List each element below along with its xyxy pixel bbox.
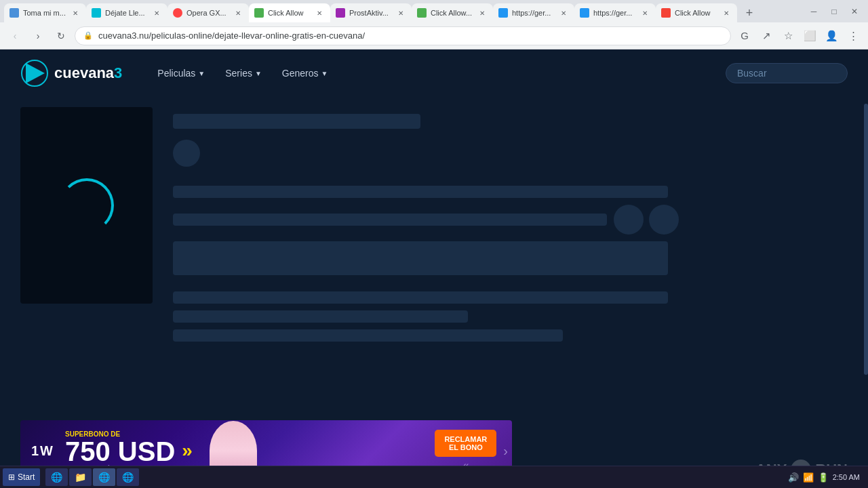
title-bar: Toma mi m... ✕ Déjate Lle... ✕ Opera GX.…	[0, 0, 868, 22]
site-header: cuevana3 Peliculas ▼ Series ▼ Generos ▼	[0, 49, 868, 97]
tab-favicon-https1	[498, 8, 508, 18]
skeleton-row-with-circles	[173, 205, 848, 235]
tab-close-opera[interactable]: ✕	[233, 7, 243, 18]
tab-close-dejate[interactable]: ✕	[151, 7, 162, 18]
forward-button[interactable]: ›	[28, 26, 47, 45]
tab-close-prostaktiv[interactable]: ✕	[395, 7, 406, 18]
ad-chevrons: »	[182, 440, 193, 462]
tab-close-https2[interactable]: ✕	[639, 7, 650, 18]
page-content: cuevana3 Peliculas ▼ Series ▼ Generos ▼	[0, 49, 868, 488]
chevron-down-icon: ▼	[198, 70, 205, 77]
nav-generos[interactable]: Generos ▼	[274, 64, 336, 83]
minimize-button[interactable]: ─	[804, 5, 823, 18]
clock-time: 2:50 AM	[833, 472, 860, 482]
tab-close-clickallow2[interactable]: ✕	[477, 7, 488, 18]
tab-favicon-opera	[173, 8, 182, 18]
reload-button[interactable]: ↻	[52, 26, 71, 45]
back-button[interactable]: ‹	[5, 26, 24, 45]
tab-favicon-clickallow2	[417, 8, 427, 18]
profile-icon[interactable]: 👤	[822, 26, 841, 45]
tab-favicon-prostaktiv	[336, 8, 345, 18]
tray-volume-icon: 📶	[803, 472, 814, 483]
toolbar: ‹ › ↻ 🔒 cuevana3.nu/peliculas-online/dej…	[0, 22, 868, 49]
chevron-down-icon-2: ▼	[255, 70, 262, 77]
movie-thumbnail	[20, 107, 153, 304]
tab-favicon-clickallow3	[661, 8, 671, 18]
tab-toma[interactable]: Toma mi m... ✕	[4, 3, 86, 22]
ad-cta-button[interactable]: RECLAMAR EL BONO	[435, 430, 496, 457]
tab-label-dejate: Déjate Lle...	[105, 9, 147, 17]
tab-https1[interactable]: https://ger... ✕	[493, 3, 574, 22]
maximize-button[interactable]: □	[825, 5, 844, 18]
taskbar-chrome-icon[interactable]: 🌐	[93, 468, 115, 486]
extensions-icon[interactable]: ⬜	[800, 26, 819, 45]
tab-label-https1: https://ger...	[512, 9, 554, 17]
tab-label-opera: Opera GX...	[186, 9, 229, 17]
ad-brand: 1W	[31, 443, 54, 459]
tab-https2[interactable]: https://ger... ✕	[574, 3, 656, 22]
tab-favicon-toma	[9, 8, 19, 18]
tab-label-prostaktiv: ProstAktiv...	[349, 9, 391, 17]
tab-clickallow2[interactable]: Click Allow... ✕	[412, 3, 493, 22]
tab-clickallow3[interactable]: Click Allow ✕	[656, 3, 737, 22]
start-button[interactable]: ⊞ Start	[3, 468, 40, 486]
search-placeholder: Buscar	[737, 68, 767, 79]
skeleton-title	[173, 114, 420, 129]
svg-marker-0	[26, 63, 45, 83]
chevron-down-icon-3: ▼	[321, 70, 328, 77]
tab-close-clickallow3[interactable]: ✕	[721, 7, 732, 18]
tray-network-icon: 🔊	[788, 472, 799, 483]
tab-favicon-clickallow1	[254, 8, 264, 18]
skeleton-line-4	[173, 310, 468, 323]
tab-prostaktiv[interactable]: ProstAktiv... ✕	[330, 3, 412, 22]
taskbar-ie-icon[interactable]: 🌐	[45, 468, 68, 486]
nav-items: Peliculas ▼ Series ▼ Generos ▼	[149, 64, 726, 83]
menu-icon[interactable]: ⋮	[844, 26, 863, 45]
taskbar: ⊞ Start 🌐 📁 🌐 🌐 🔊 📶 🔋 2:50 AM	[0, 466, 868, 488]
tab-close-clickallow1[interactable]: ✕	[314, 7, 325, 18]
tab-label-toma: Toma mi m...	[23, 9, 66, 17]
tray-battery-icon: 🔋	[818, 472, 829, 483]
tab-close-toma[interactable]: ✕	[70, 7, 81, 18]
nav-peliculas[interactable]: Peliculas ▼	[149, 64, 213, 83]
skeleton-circle-btn-1	[614, 205, 644, 235]
bookmark-icon[interactable]: ☆	[778, 26, 797, 45]
tab-strip: Toma mi m... ✕ Déjate Lle... ✕ Opera GX.…	[4, 0, 797, 22]
tab-dejate[interactable]: Déjate Lle... ✕	[86, 3, 167, 22]
tab-opera[interactable]: Opera GX... ✕	[167, 3, 249, 22]
tab-clickallow1[interactable]: Click Allow ✕	[249, 3, 330, 22]
scrollbar-thumb[interactable]	[864, 104, 868, 375]
google-icon[interactable]: G	[735, 26, 754, 45]
close-button[interactable]: ✕	[845, 5, 864, 18]
tab-favicon-dejate	[92, 8, 101, 18]
ad-scroll-right[interactable]: ›	[503, 443, 508, 459]
skeleton-circle-btn-2	[649, 205, 679, 235]
site-logo[interactable]: cuevana3	[20, 59, 122, 87]
share-icon[interactable]: ↗	[757, 26, 776, 45]
ad-cta-line2: EL BONO	[444, 443, 487, 451]
start-label: Start	[18, 472, 35, 482]
taskbar-edge-icon[interactable]: 🌐	[117, 468, 139, 486]
address-bar[interactable]: 🔒 cuevana3.nu/peliculas-online/dejate-ll…	[75, 26, 731, 45]
window-controls: ─ □ ✕	[804, 5, 864, 18]
search-box-container[interactable]: Buscar	[726, 63, 848, 83]
skeleton-line-3	[173, 291, 668, 304]
ad-left: 1W	[20, 436, 65, 466]
logo-text: cuevana3	[54, 64, 122, 82]
tab-label-clickallow3: Click Allow	[675, 9, 717, 17]
address-text: cuevana3.nu/peliculas-online/dejate-llev…	[98, 30, 722, 41]
skeleton-line-2	[173, 214, 607, 226]
main-content	[0, 100, 868, 348]
system-clock: 2:50 AM	[833, 472, 860, 482]
skeleton-area	[173, 107, 848, 342]
new-tab-button[interactable]: +	[740, 3, 759, 22]
lock-icon: 🔒	[83, 31, 93, 40]
taskbar-explorer-icon[interactable]: 📁	[69, 468, 92, 486]
nav-series[interactable]: Series ▼	[217, 64, 270, 83]
ad-cta-line1: RECLAMAR	[444, 435, 487, 443]
tab-close-https1[interactable]: ✕	[558, 7, 569, 18]
browser-frame: Toma mi m... ✕ Déjate Lle... ✕ Opera GX.…	[0, 0, 868, 488]
logo-icon	[20, 59, 49, 87]
tab-label-clickallow2: Click Allow...	[431, 9, 473, 17]
skeleton-line-1	[173, 186, 668, 198]
